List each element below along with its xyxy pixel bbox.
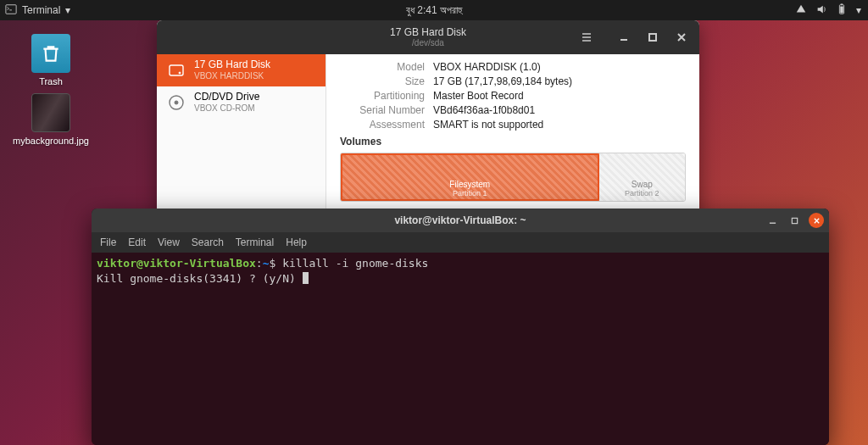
svg-rect-9 bbox=[792, 218, 797, 223]
volume-partition-2[interactable]: Swap Partition 2 bbox=[599, 153, 686, 201]
detail-value: 17 GB (17,17,98,69,184 bytes) bbox=[433, 75, 572, 87]
close-button[interactable] bbox=[670, 26, 693, 48]
ps1-user: viktor@viktor-VirtualBox bbox=[97, 257, 256, 270]
volume-partition-1[interactable]: Filesystem Partition 1 bbox=[341, 153, 599, 201]
panel-clock[interactable]: বুধ 2:41 অপরাহু bbox=[406, 4, 462, 16]
panel-app-label[interactable]: Terminal bbox=[22, 4, 60, 16]
detail-value: VBOX HARDDISK (1.0) bbox=[433, 61, 541, 73]
terminal-window: viktor@viktor-VirtualBox: ~ File Edit Vi… bbox=[92, 209, 829, 445]
svg-rect-4 bbox=[649, 34, 656, 41]
battery-icon[interactable] bbox=[836, 3, 848, 18]
disks-details-pane: ModelVBOX HARDDISK (1.0) Size17 GB (17,1… bbox=[326, 54, 699, 217]
desktop-icon-trash[interactable]: Trash bbox=[17, 34, 85, 87]
svg-rect-0 bbox=[6, 4, 16, 14]
minimize-button[interactable] bbox=[613, 26, 635, 48]
svg-rect-3 bbox=[841, 3, 843, 4]
svg-rect-2 bbox=[840, 6, 843, 13]
sidebar-item-label: 17 GB Hard Disk bbox=[194, 59, 270, 71]
terminal-menubar: File Edit View Search Terminal Help bbox=[92, 232, 829, 253]
cd-icon bbox=[165, 92, 187, 114]
detail-key: Serial Number bbox=[340, 104, 425, 116]
menu-terminal[interactable]: Terminal bbox=[236, 236, 274, 248]
detail-key: Model bbox=[340, 61, 425, 73]
network-icon[interactable] bbox=[795, 3, 807, 18]
disks-titlebar[interactable]: 17 GB Hard Disk /dev/sda bbox=[157, 20, 699, 54]
svg-rect-5 bbox=[170, 65, 183, 75]
detail-key: Assessment bbox=[340, 119, 425, 131]
ps1-path: ~ bbox=[263, 257, 270, 270]
terminal-titlebar[interactable]: viktor@viktor-VirtualBox: ~ bbox=[92, 209, 829, 232]
detail-value: Master Boot Record bbox=[433, 90, 524, 102]
maximize-button[interactable] bbox=[642, 26, 664, 48]
menu-edit[interactable]: Edit bbox=[128, 236, 146, 248]
detail-key: Partitioning bbox=[340, 90, 425, 102]
desktop-icon-label: Trash bbox=[39, 76, 63, 87]
trash-icon bbox=[31, 34, 70, 73]
disks-menu-button[interactable] bbox=[576, 26, 598, 48]
disks-sidebar: 17 GB Hard DiskVBOX HARDDISK CD/DVD Driv… bbox=[157, 54, 326, 217]
menu-view[interactable]: View bbox=[158, 236, 180, 248]
menu-search[interactable]: Search bbox=[192, 236, 224, 248]
panel-app-icon bbox=[5, 3, 17, 18]
panel-dropdown-icon[interactable]: ▾ bbox=[65, 4, 70, 16]
image-thumbnail-icon bbox=[31, 93, 70, 132]
sidebar-item-cd[interactable]: CD/DVD DriveVBOX CD-ROM bbox=[157, 86, 326, 119]
sidebar-item-hdd[interactable]: 17 GB Hard DiskVBOX HARDDISK bbox=[157, 54, 326, 86]
cursor bbox=[303, 272, 309, 284]
svg-point-8 bbox=[175, 101, 178, 104]
menu-help[interactable]: Help bbox=[286, 236, 307, 248]
minimize-button[interactable] bbox=[765, 213, 780, 228]
svg-point-6 bbox=[179, 72, 181, 74]
disks-window: 17 GB Hard Disk /dev/sda 17 GB Hard Disk… bbox=[157, 20, 699, 217]
command-text: killall -i gnome-disks bbox=[282, 257, 428, 270]
detail-key: Size bbox=[340, 75, 425, 87]
prompt-line: Kill gnome-disks(3341) ? (y/N) bbox=[97, 272, 303, 285]
close-button[interactable] bbox=[809, 213, 824, 228]
disks-window-title: 17 GB Hard Disk /dev/sda bbox=[390, 27, 466, 47]
volumes-heading: Volumes bbox=[340, 136, 686, 147]
detail-value: VBd64f36aa-1f0b8d01 bbox=[433, 104, 535, 116]
sidebar-item-label: CD/DVD Drive bbox=[194, 92, 259, 103]
detail-value: SMART is not supported bbox=[433, 119, 543, 131]
volumes-bar: Filesystem Partition 1 Swap Partition 2 bbox=[340, 153, 686, 202]
terminal-content[interactable]: viktor@viktor-VirtualBox:~$ killall -i g… bbox=[92, 253, 829, 445]
system-dropdown-icon[interactable]: ▾ bbox=[856, 4, 861, 16]
desktop-icon-label: mybackground.jpg bbox=[13, 136, 89, 147]
top-panel: Terminal ▾ বুধ 2:41 অপরাহু ▾ bbox=[0, 0, 868, 20]
volume-icon[interactable] bbox=[815, 3, 827, 18]
maximize-button[interactable] bbox=[787, 213, 802, 228]
hdd-icon bbox=[165, 59, 187, 81]
desktop-icon-wallpaper[interactable]: mybackground.jpg bbox=[17, 93, 85, 147]
menu-file[interactable]: File bbox=[100, 236, 116, 248]
terminal-title: viktor@viktor-VirtualBox: ~ bbox=[394, 214, 526, 226]
